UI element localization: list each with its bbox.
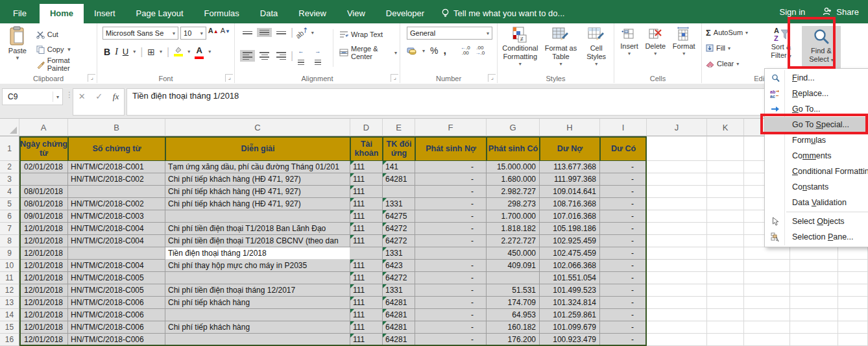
column-header-K[interactable]: K xyxy=(707,119,744,136)
table-cell[interactable]: - xyxy=(600,210,647,223)
table-cell[interactable]: 111 xyxy=(350,334,383,346)
empty-cell[interactable] xyxy=(707,161,744,173)
row-header-12[interactable]: 12 xyxy=(0,284,19,297)
table-cell[interactable]: - xyxy=(600,309,647,321)
table-cell[interactable]: 111 xyxy=(350,272,383,284)
empty-cell[interactable] xyxy=(790,334,838,346)
font-color-button[interactable]: A xyxy=(195,44,204,59)
ribbon-tab-home[interactable]: Home xyxy=(40,4,84,23)
font-dialog-launcher[interactable]: ⌟ xyxy=(225,74,233,82)
table-cell[interactable] xyxy=(165,334,350,346)
row-header-15[interactable]: 15 xyxy=(0,321,19,334)
table-header-cell[interactable]: Tài khoản xyxy=(350,136,383,161)
orientation-button[interactable]: ab↗ xyxy=(294,25,310,40)
table-cell[interactable]: 15.000.000 xyxy=(487,161,540,173)
italic-button[interactable]: I xyxy=(115,47,118,57)
ribbon-tab-developer[interactable]: Developer xyxy=(376,4,435,23)
align-right-button[interactable] xyxy=(274,50,289,62)
table-cell[interactable]: 450.000 xyxy=(487,247,540,260)
empty-cell[interactable] xyxy=(707,309,744,321)
table-cell[interactable]: 64.953 xyxy=(487,309,540,321)
alignment-dialog-launcher[interactable]: ⌟ xyxy=(391,74,398,82)
row-header-8[interactable]: 8 xyxy=(0,235,19,247)
table-header-cell[interactable]: Dư Nợ xyxy=(540,136,600,161)
empty-cell[interactable] xyxy=(838,297,868,309)
table-cell[interactable]: 113.677.368 xyxy=(540,161,600,173)
empty-cell[interactable] xyxy=(838,321,868,334)
empty-cell[interactable] xyxy=(647,284,707,297)
cell-styles-button[interactable]: Cell Styles▾ xyxy=(581,26,612,68)
empty-cell[interactable] xyxy=(647,235,707,247)
table-cell[interactable]: 12/01/2018 xyxy=(19,272,68,284)
row-header-6[interactable]: 6 xyxy=(0,210,19,223)
row-header-2[interactable]: 2 xyxy=(0,161,19,173)
empty-cell[interactable] xyxy=(838,260,868,272)
table-cell[interactable]: - xyxy=(415,186,487,198)
table-cell[interactable]: Chi phí tiền điện thoại T1/2018 CBCNV (t… xyxy=(165,235,350,247)
table-cell[interactable]: - xyxy=(415,309,487,321)
insert-function-icon[interactable]: fx xyxy=(113,92,119,102)
table-cell[interactable] xyxy=(487,272,540,284)
format-painter-button[interactable]: Format Painter xyxy=(36,58,94,71)
table-cell[interactable]: - xyxy=(600,272,647,284)
ribbon-tab-data[interactable]: Data xyxy=(250,4,288,23)
menu-item-replace[interactable]: abacReplace... xyxy=(765,86,868,101)
table-cell[interactable]: Chi phí tiếp khách hàng (HĐ 471, 927) xyxy=(165,186,350,198)
empty-cell[interactable] xyxy=(744,321,790,334)
column-header-D[interactable]: D xyxy=(350,119,383,136)
menu-item-conditional-formatting[interactable]: Conditional Formatting xyxy=(765,164,868,179)
table-header-cell[interactable]: Ngày chứng từ xyxy=(19,136,68,161)
clipboard-dialog-launcher[interactable]: ⌟ xyxy=(88,74,95,82)
table-cell[interactable]: 102.925.459 xyxy=(540,235,600,247)
copy-button[interactable]: Copy▼ xyxy=(36,43,94,56)
table-cell[interactable] xyxy=(350,247,383,260)
font-name-combobox[interactable]: Microsoft Sans Se▾ xyxy=(102,27,178,40)
table-cell[interactable]: - xyxy=(415,272,487,284)
table-cell[interactable]: - xyxy=(415,223,487,235)
column-header-F[interactable]: F xyxy=(415,119,487,136)
table-cell[interactable]: HN/TM/C/2018-C006 xyxy=(68,321,165,334)
empty-cell[interactable] xyxy=(744,247,790,260)
menu-item-go-to[interactable]: Go To... xyxy=(765,101,868,117)
table-cell[interactable]: 12/01/2018 xyxy=(19,297,68,309)
table-cell[interactable]: 409.091 xyxy=(487,260,540,272)
table-cell[interactable]: 111 xyxy=(350,321,383,334)
empty-cell[interactable] xyxy=(647,161,707,173)
table-header-cell[interactable]: Số chứng từ xyxy=(68,136,165,161)
table-cell[interactable]: 108.716.368 xyxy=(540,198,600,210)
formula-input[interactable]: Tiền điện thoại tháng 1/2018 xyxy=(127,88,868,116)
empty-cell[interactable] xyxy=(707,173,744,186)
empty-cell[interactable] xyxy=(707,334,744,346)
table-cell[interactable]: 08/01/2018 xyxy=(19,186,68,198)
table-cell[interactable]: 12/01/2018 xyxy=(19,309,68,321)
table-cell[interactable]: HN/TM/C/2018-C005 xyxy=(68,272,165,284)
empty-cell[interactable] xyxy=(647,272,707,284)
table-cell[interactable]: 1331 xyxy=(383,284,415,297)
percent-style-button[interactable]: % xyxy=(430,45,438,56)
table-cell[interactable]: HN/TM/C/2018-C004 xyxy=(68,235,165,247)
table-cell[interactable]: 12/01/2018 xyxy=(19,223,68,235)
table-cell[interactable]: HN/TM/C/2018-C006 xyxy=(68,334,165,346)
table-cell[interactable]: 64275 xyxy=(383,210,415,223)
empty-cell[interactable] xyxy=(647,260,707,272)
column-header-H[interactable]: H xyxy=(540,119,600,136)
table-cell[interactable]: 111 xyxy=(350,309,383,321)
table-cell[interactable]: 6423 xyxy=(383,260,415,272)
conditional-formatting-button[interactable]: ≠ Conditional Formatting▾ xyxy=(500,26,541,68)
number-dialog-launcher[interactable]: ⌟ xyxy=(488,74,496,82)
table-cell[interactable]: Chi phí thay hộp mực cho máy in P2035 xyxy=(165,260,350,272)
empty-cell[interactable] xyxy=(707,223,744,235)
table-cell[interactable]: 111 xyxy=(350,260,383,272)
table-header-cell[interactable]: Dư Có xyxy=(600,136,647,161)
column-header-J[interactable]: J xyxy=(647,119,707,136)
table-cell[interactable]: 105.198.186 xyxy=(540,223,600,235)
paste-button[interactable]: Paste ▼ xyxy=(4,26,31,71)
empty-cell[interactable] xyxy=(838,334,868,346)
find-select-button[interactable]: Find & Select ▾ xyxy=(802,26,841,70)
row-header-7[interactable]: 7 xyxy=(0,223,19,235)
table-cell[interactable]: 64272 xyxy=(383,235,415,247)
empty-cell[interactable] xyxy=(707,186,744,198)
table-cell[interactable]: 101.259.861 xyxy=(540,309,600,321)
accounting-format-button[interactable] xyxy=(407,47,417,55)
empty-cell[interactable] xyxy=(790,260,838,272)
